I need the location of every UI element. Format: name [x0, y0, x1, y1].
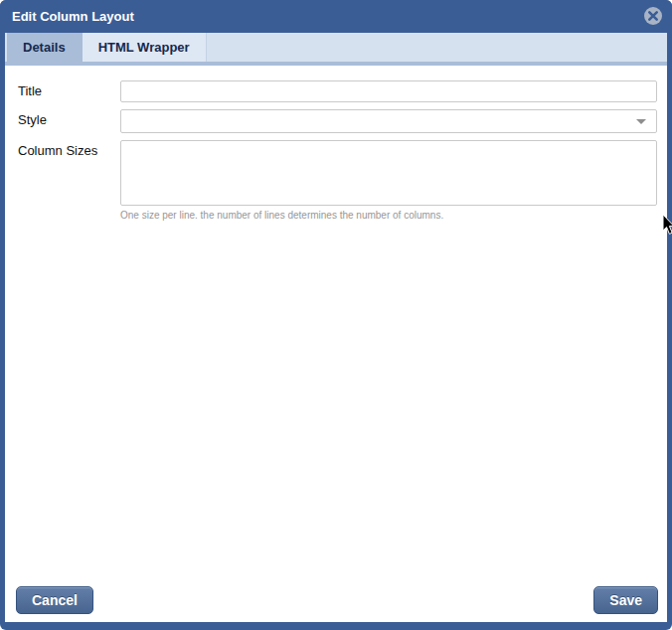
column-sizes-help: One size per line. the number of lines d…: [120, 210, 657, 221]
column-sizes-row: Column Sizes One size per line. the numb…: [5, 140, 667, 221]
title-label: Title: [5, 80, 120, 102]
tab-bar: Details HTML Wrapper: [5, 33, 667, 66]
dialog-title: Edit Column Layout: [12, 0, 134, 33]
cancel-button[interactable]: Cancel: [16, 586, 93, 614]
column-sizes-textarea[interactable]: [120, 140, 657, 206]
save-button[interactable]: Save: [593, 586, 658, 614]
chevron-down-icon: [636, 119, 646, 124]
dialog-titlebar: Edit Column Layout: [0, 0, 672, 33]
style-row: Style: [5, 109, 667, 133]
dialog-content: Details HTML Wrapper Title Style: [5, 33, 667, 622]
title-input[interactable]: [120, 80, 657, 102]
style-label: Style: [5, 109, 120, 133]
close-icon[interactable]: [643, 6, 663, 26]
details-form: Title Style Column Sizes One: [5, 66, 667, 622]
tab-details[interactable]: Details: [7, 33, 83, 62]
style-select[interactable]: [120, 109, 657, 133]
title-row: Title: [5, 80, 667, 102]
tab-html-wrapper[interactable]: HTML Wrapper: [83, 33, 207, 62]
column-sizes-label: Column Sizes: [5, 140, 120, 221]
edit-column-layout-dialog: Edit Column Layout Details HTML Wrapper …: [0, 0, 672, 630]
